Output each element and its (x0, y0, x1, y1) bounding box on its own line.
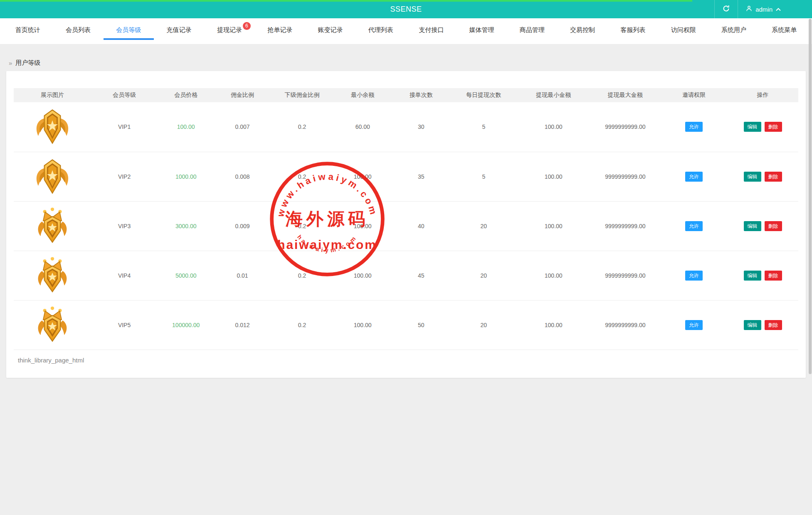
tab-member-level[interactable]: 会员等级 (104, 18, 154, 40)
crown-badge-icon (33, 306, 72, 344)
chevron-up-icon (775, 6, 781, 13)
vip-price: 100.00 (158, 102, 214, 152)
wings-badge-icon (33, 108, 72, 146)
allow-button[interactable]: 允许 (685, 172, 703, 182)
allow-button[interactable]: 允许 (685, 271, 703, 281)
tab-system-menu[interactable]: 系统菜单 (759, 18, 810, 40)
min-balance: 100.00 (333, 300, 392, 350)
username: admin (755, 6, 773, 13)
col-header-actions: 操作 (727, 88, 798, 102)
sub-commission-rate: 0.2 (271, 201, 333, 251)
edit-button[interactable]: 编辑 (744, 122, 761, 132)
top-bar: SSENSE admin (0, 0, 812, 18)
delete-button[interactable]: 删除 (765, 320, 782, 330)
user-menu[interactable]: admin (738, 0, 789, 18)
min-balance: 100.00 (333, 251, 392, 300)
vip-price: 100000.00 (158, 300, 214, 350)
tab-member-list[interactable]: 会员列表 (53, 18, 103, 40)
order-times: 35 (392, 152, 451, 201)
edit-button[interactable]: 编辑 (744, 320, 761, 330)
delete-button[interactable]: 删除 (765, 221, 782, 231)
daily-withdraw-times: 20 (450, 300, 517, 350)
allow-button[interactable]: 允许 (685, 221, 703, 231)
vip-level: VIP3 (91, 201, 158, 251)
vip-price: 5000.00 (158, 251, 214, 300)
withdraw-min: 100.00 (517, 251, 590, 300)
withdraw-max: 9999999999.00 (590, 102, 661, 152)
tab-label: 提现记录 (217, 26, 242, 33)
refresh-button[interactable] (714, 0, 738, 18)
commission-rate: 0.012 (214, 300, 271, 350)
order-times: 45 (392, 251, 451, 300)
min-balance: 100.00 (333, 201, 392, 251)
col-header-price: 会员价格 (158, 88, 214, 102)
delete-button[interactable]: 删除 (765, 122, 782, 132)
tab-media-manage[interactable]: 媒体管理 (457, 18, 507, 40)
tab-product-manage[interactable]: 商品管理 (507, 18, 557, 40)
tab-trade-control[interactable]: 交易控制 (557, 18, 607, 40)
withdraw-min: 100.00 (517, 201, 590, 251)
withdraw-max: 9999999999.00 (590, 251, 661, 300)
withdraw-min: 100.00 (517, 300, 590, 350)
daily-withdraw-times: 5 (450, 102, 517, 152)
edit-button[interactable]: 编辑 (744, 172, 761, 182)
commission-rate: 0.01 (214, 251, 271, 300)
main-nav: 首页统计 会员列表 会员等级 充值记录 提现记录6 抢单记录 账变记录 代理列表… (0, 18, 812, 44)
vertical-scrollbar[interactable] (809, 19, 812, 374)
tab-access-perms[interactable]: 访问权限 (658, 18, 708, 40)
breadcrumb-chevrons-icon: » (9, 59, 12, 67)
tab-grab-order-records[interactable]: 抢单记录 (255, 18, 305, 40)
template-placeholder-text: think_library_page_html (14, 357, 798, 364)
tab-service-list[interactable]: 客服列表 (608, 18, 658, 40)
withdraw-min: 100.00 (517, 102, 590, 152)
notification-badge: 6 (243, 22, 251, 30)
tab-recharge-records[interactable]: 充值记录 (154, 18, 204, 40)
page-title: 用户等级 (15, 59, 40, 67)
allow-button[interactable]: 允许 (685, 320, 703, 330)
content-card: 展示图片 会员等级 会员价格 佣金比例 下级佣金比例 最小余额 接单次数 每日提… (6, 71, 806, 378)
daily-withdraw-times: 20 (450, 251, 517, 300)
col-header-daily-withdraw: 每日提现次数 (450, 88, 517, 102)
table-header-row: 展示图片 会员等级 会员价格 佣金比例 下级佣金比例 最小余额 接单次数 每日提… (14, 88, 798, 102)
tab-balance-records[interactable]: 账变记录 (305, 18, 355, 40)
vip-level: VIP5 (91, 300, 158, 350)
withdraw-min: 100.00 (517, 152, 590, 201)
breadcrumb: » 用户等级 (0, 44, 812, 71)
withdraw-max: 9999999999.00 (590, 300, 661, 350)
table-row: VIP5 100000.00 0.012 0.2 100.00 50 20 10… (14, 300, 798, 350)
refresh-icon (722, 5, 730, 14)
tab-withdraw-records[interactable]: 提现记录6 (204, 18, 254, 40)
order-times: 30 (392, 102, 451, 152)
allow-button[interactable]: 允许 (685, 122, 703, 132)
edit-button[interactable]: 编辑 (744, 221, 761, 231)
tab-home-stats[interactable]: 首页统计 (2, 18, 53, 40)
withdraw-max: 9999999999.00 (590, 152, 661, 201)
loading-progress-bar (0, 0, 692, 2)
tab-system-users[interactable]: 系统用户 (708, 18, 759, 40)
vip-level: VIP1 (91, 102, 158, 152)
app-title: SSENSE (0, 5, 812, 14)
table-row: VIP2 1000.00 0.008 0.2 100.00 35 5 100.0… (14, 152, 798, 201)
col-header-commission: 佣金比例 (214, 88, 271, 102)
col-header-withdraw-max: 提现最大金额 (590, 88, 661, 102)
edit-button[interactable]: 编辑 (744, 271, 761, 281)
order-times: 50 (392, 300, 451, 350)
delete-button[interactable]: 删除 (765, 172, 782, 182)
vip-price: 1000.00 (158, 152, 214, 201)
col-header-level: 会员等级 (91, 88, 158, 102)
user-icon (745, 5, 753, 13)
vip-level-table: 展示图片 会员等级 会员价格 佣金比例 下级佣金比例 最小余额 接单次数 每日提… (14, 88, 798, 350)
vip-price: 3000.00 (158, 201, 214, 251)
min-balance: 100.00 (333, 152, 392, 201)
tab-payment-api[interactable]: 支付接口 (406, 18, 457, 40)
vip-level: VIP2 (91, 152, 158, 201)
sub-commission-rate: 0.2 (271, 300, 333, 350)
table-row: VIP4 5000.00 0.01 0.2 100.00 45 20 100.0… (14, 251, 798, 300)
daily-withdraw-times: 5 (450, 152, 517, 201)
table-row: VIP1 100.00 0.007 0.2 60.00 30 5 100.00 … (14, 102, 798, 152)
delete-button[interactable]: 删除 (765, 271, 782, 281)
commission-rate: 0.007 (214, 102, 271, 152)
tab-agent-list[interactable]: 代理列表 (355, 18, 406, 40)
daily-withdraw-times: 20 (450, 201, 517, 251)
commission-rate: 0.009 (214, 201, 271, 251)
